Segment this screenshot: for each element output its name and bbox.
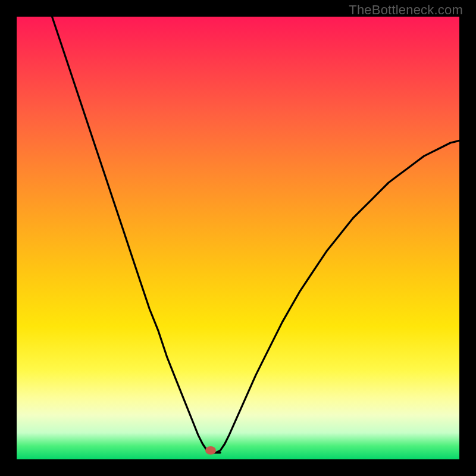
outer-frame: TheBottleneck.com — [0, 0, 476, 476]
watermark-text: TheBottleneck.com — [349, 2, 463, 18]
bottleneck-curve — [52, 17, 460, 453]
chart-svg — [17, 17, 459, 459]
minimum-marker — [205, 446, 216, 455]
plot-area — [17, 17, 459, 459]
